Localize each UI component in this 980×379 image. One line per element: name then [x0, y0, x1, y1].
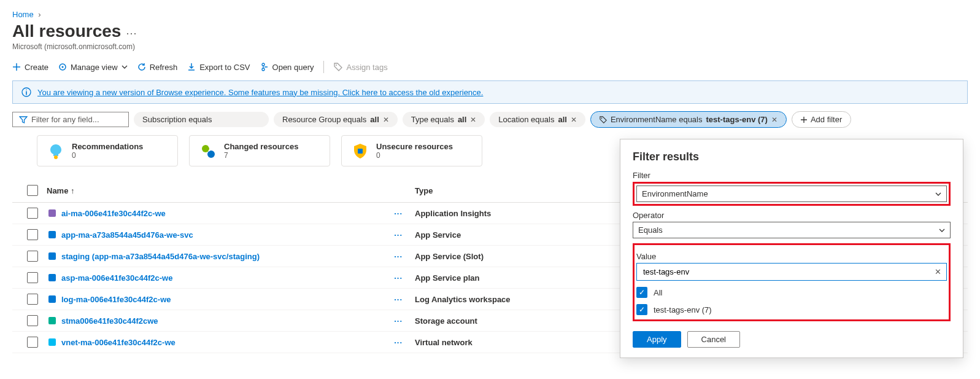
- svg-rect-14: [48, 274, 56, 281]
- col-header-name[interactable]: Name ↑: [47, 186, 415, 195]
- resource-type-icon: [47, 295, 58, 303]
- close-icon[interactable]: ✕: [383, 115, 389, 124]
- svg-rect-11: [48, 209, 56, 217]
- resource-link[interactable]: staging (app-ma-a73a8544a45d476a-we-svc/…: [61, 252, 260, 261]
- toolbar-separator: [323, 61, 324, 73]
- refresh-button[interactable]: Refresh: [137, 63, 178, 72]
- operator-label: Operator: [633, 211, 951, 220]
- card-recommendations[interactable]: Recommendations 0: [37, 135, 178, 166]
- gear-icon: [58, 63, 67, 71]
- tag-icon: [334, 63, 342, 71]
- card-title: Unsecure resources: [376, 142, 453, 151]
- info-bar-link[interactable]: You are viewing a new version of Browse …: [37, 88, 483, 97]
- row-checkbox[interactable]: [27, 272, 38, 283]
- close-icon[interactable]: ✕: [571, 115, 577, 124]
- row-more-icon[interactable]: ···: [382, 273, 415, 283]
- svg-point-7: [54, 155, 58, 159]
- filter-pill-subscription[interactable]: Subscription equals: [134, 112, 269, 127]
- download-icon: [187, 63, 196, 71]
- checkbox-option[interactable]: ✓: [636, 304, 647, 315]
- select-all-checkbox[interactable]: [27, 185, 38, 196]
- resource-link[interactable]: log-ma-006e41fe30c44f2c-we: [61, 295, 171, 304]
- resource-type-icon: [47, 338, 58, 346]
- row-more-icon[interactable]: ···: [382, 295, 415, 304]
- highlight-value-box: Value ✕ ✓ All ✓ test-tags-env (7): [633, 243, 951, 321]
- resource-type-icon: [47, 316, 58, 325]
- row-checkbox[interactable]: [27, 208, 38, 219]
- row-more-icon[interactable]: ···: [382, 209, 415, 218]
- cancel-button[interactable]: Cancel: [687, 331, 740, 348]
- org-name: Microsoft (microsoft.onmicrosoft.com): [12, 42, 968, 51]
- filter-select-value: EnvironmentName: [642, 189, 708, 198]
- open-query-label: Open query: [272, 63, 314, 72]
- popout-title: Filter results: [633, 150, 951, 163]
- checkbox-all[interactable]: ✓: [636, 287, 647, 298]
- resource-link[interactable]: asp-ma-006e41fe30c44f2c-we: [61, 273, 172, 283]
- card-title: Recommendations: [72, 142, 143, 151]
- resource-link[interactable]: stma006e41fe30c44f2cwe: [61, 316, 158, 326]
- apply-button[interactable]: Apply: [633, 331, 681, 348]
- svg-point-8: [202, 145, 209, 152]
- row-more-icon[interactable]: ···: [382, 338, 415, 347]
- row-more-icon[interactable]: ···: [382, 316, 415, 326]
- row-more-icon[interactable]: ···: [382, 230, 415, 240]
- export-label: Export to CSV: [199, 63, 250, 72]
- filter-pill-location[interactable]: Location equals all ✕: [490, 112, 585, 127]
- filter-icon: [19, 115, 28, 124]
- resource-type-icon: [47, 273, 58, 282]
- filter-select[interactable]: EnvironmentName: [636, 186, 947, 202]
- operator-select-value: Equals: [638, 225, 663, 235]
- page-title: All resources: [12, 21, 121, 41]
- svg-rect-16: [48, 317, 56, 324]
- resource-link[interactable]: ai-ma-006e41fe30c44f2c-we: [61, 209, 166, 218]
- filter-pill-environmentname[interactable]: EnvironmentName equals test-tags-env (7)…: [590, 111, 787, 128]
- add-filter-label: Add filter: [811, 115, 842, 124]
- info-icon: [21, 87, 31, 97]
- refresh-icon: [137, 63, 146, 71]
- plus-icon: [12, 63, 21, 71]
- svg-point-3: [262, 68, 264, 71]
- card-changed-resources[interactable]: Changed resources 7: [189, 135, 330, 166]
- manage-view-label: Manage view: [71, 63, 118, 72]
- resource-type-icon: [47, 230, 58, 239]
- chevron-down-icon: [122, 65, 128, 69]
- manage-view-button[interactable]: Manage view: [58, 63, 128, 72]
- operator-select[interactable]: Equals: [633, 222, 951, 238]
- value-input[interactable]: ✕: [636, 263, 947, 281]
- create-button[interactable]: Create: [12, 63, 48, 72]
- export-csv-button[interactable]: Export to CSV: [187, 63, 250, 72]
- resource-link[interactable]: app-ma-a73a8544a45d476a-we-svc: [61, 230, 193, 240]
- clear-icon[interactable]: ✕: [935, 267, 941, 276]
- row-more-icon[interactable]: ···: [382, 252, 415, 261]
- svg-point-2: [262, 63, 264, 66]
- row-checkbox[interactable]: [27, 337, 38, 348]
- card-unsecure-resources[interactable]: Unsecure resources 0: [341, 135, 482, 166]
- filter-pill-type[interactable]: Type equals all ✕: [403, 112, 485, 127]
- toolbar: Create Manage view Refresh Export to CSV…: [12, 51, 968, 80]
- resource-type-icon: [47, 252, 58, 260]
- chevron-right-icon: ›: [38, 10, 41, 19]
- close-icon[interactable]: ✕: [771, 115, 777, 124]
- highlight-filter-box: EnvironmentName: [633, 182, 951, 206]
- resource-link[interactable]: vnet-ma-006e41fe30c44f2c-we: [61, 338, 176, 347]
- add-filter-button[interactable]: Add filter: [792, 111, 851, 128]
- svg-rect-13: [48, 252, 56, 260]
- card-value: 7: [224, 151, 298, 160]
- search-field[interactable]: Filter for any field...: [12, 112, 129, 127]
- row-checkbox[interactable]: [27, 315, 38, 326]
- svg-point-1: [62, 66, 64, 68]
- value-label: Value: [636, 252, 947, 261]
- svg-rect-12: [48, 231, 56, 238]
- row-checkbox[interactable]: [27, 251, 38, 262]
- breadcrumb-home[interactable]: Home: [12, 10, 34, 19]
- filter-pill-resourcegroup[interactable]: Resource Group equals all ✕: [274, 112, 398, 127]
- row-checkbox[interactable]: [27, 294, 38, 305]
- close-icon[interactable]: ✕: [470, 115, 476, 124]
- assign-tags-label: Assign tags: [346, 63, 387, 72]
- value-text-input[interactable]: [642, 267, 935, 277]
- open-query-button[interactable]: Open query: [260, 63, 314, 72]
- svg-rect-10: [358, 149, 363, 154]
- svg-point-4: [336, 64, 337, 66]
- row-checkbox[interactable]: [27, 229, 38, 240]
- more-actions-icon[interactable]: ···: [126, 27, 137, 40]
